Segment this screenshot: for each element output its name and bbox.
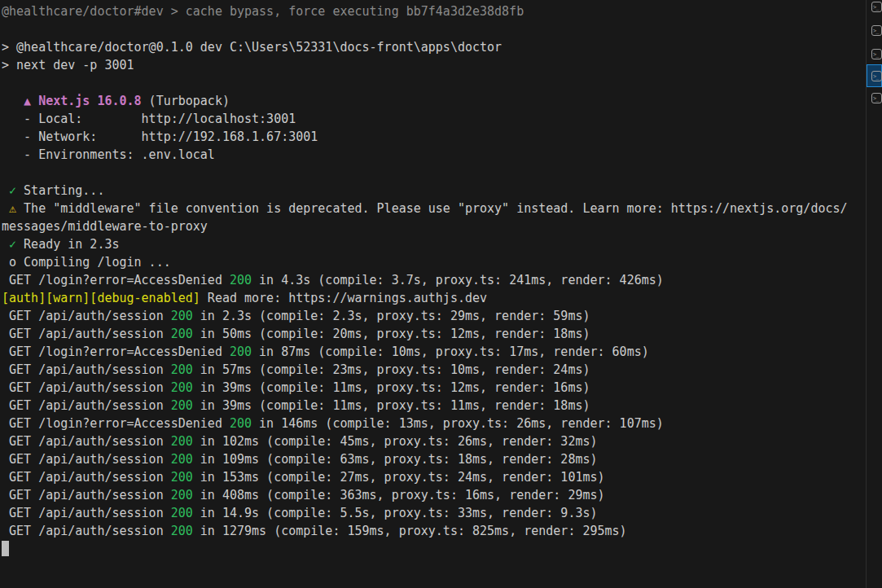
local-url-link[interactable]: http://localhost:3001 xyxy=(142,112,296,126)
terminal-text: GET /api/auth/session xyxy=(2,524,171,538)
warning-icon: ⚠ xyxy=(9,201,16,216)
terminal-text: in 109ms (compile: 63ms, proxy.ts: 18ms,… xyxy=(193,452,598,467)
terminal-line: GET /api/auth/session 200 in 50ms (compi… xyxy=(2,325,867,343)
terminal-line: > next dev -p 3001 xyxy=(2,56,867,74)
terminal-line: ✓ Starting... xyxy=(2,182,867,200)
terminal-line: GET /api/auth/session 200 in 102ms (comp… xyxy=(2,432,867,450)
terminal-line xyxy=(2,164,867,182)
terminal-line: ▲ Next.js 16.0.8 (Turbopack) xyxy=(2,92,867,110)
status-code: 200 xyxy=(171,452,193,467)
terminal-icon xyxy=(871,2,882,12)
terminal-line: @healthcare/doctor#dev > cache bypass, f… xyxy=(2,2,867,20)
terminal-text: @healthcare/doctor#dev > cache bypass, f… xyxy=(2,4,524,19)
terminal-tab[interactable] xyxy=(867,86,882,109)
status-code: 200 xyxy=(171,524,193,538)
terminal-text: GET /api/auth/session xyxy=(2,309,171,323)
terminal-cursor xyxy=(2,541,9,556)
terminal-text: in 87ms (compile: 10ms, proxy.ts: 17ms, … xyxy=(252,344,649,359)
status-code: 200 xyxy=(230,416,252,431)
terminal-text: in 50ms (compile: 20ms, proxy.ts: 12ms, … xyxy=(193,327,590,341)
terminal-icon xyxy=(871,25,882,36)
terminal-text: > next dev -p 3001 xyxy=(2,58,134,72)
terminal-line: GET /api/auth/session 200 in 39ms (compi… xyxy=(2,397,867,415)
status-code: 200 xyxy=(171,470,193,485)
terminal-tab[interactable] xyxy=(867,42,882,65)
terminal-text: GET /api/auth/session xyxy=(2,398,171,413)
status-code: 200 xyxy=(171,309,193,323)
terminal-tab[interactable] xyxy=(867,0,882,18)
terminal-text: in 39ms (compile: 11ms, proxy.ts: 12ms, … xyxy=(193,380,590,395)
terminal-line: messages/middleware-to-proxy xyxy=(2,217,867,235)
status-code: 200 xyxy=(171,362,193,377)
terminal-text: GET /login?error=AccessDenied xyxy=(2,273,230,287)
status-code: 200 xyxy=(171,488,193,502)
check-icon: ✓ xyxy=(9,183,16,198)
terminal-text: > @healthcare/doctor@0.1.0 dev C:\Users\… xyxy=(2,40,502,55)
terminal-text xyxy=(2,237,9,252)
terminal-text: in 4.3s (compile: 3.7s, proxy.ts: 241ms,… xyxy=(252,273,664,287)
terminal-output[interactable]: @healthcare/doctor#dev > cache bypass, f… xyxy=(0,0,867,588)
terminal-text: in 57ms (compile: 23ms, proxy.ts: 10ms, … xyxy=(193,362,590,377)
terminal-text: in 2.3s (compile: 2.3s, proxy.ts: 29ms, … xyxy=(193,309,590,323)
terminal-icon xyxy=(871,71,882,81)
terminal-line: o Compiling /login ... xyxy=(2,253,867,271)
terminal-line: GET /api/auth/session 200 in 14.9s (comp… xyxy=(2,504,867,522)
terminal-line: - Environments: .env.local xyxy=(2,146,867,164)
terminal-tab[interactable] xyxy=(867,19,882,42)
terminal-line: - Network: http://192.168.1.67:3001 xyxy=(2,128,867,146)
terminal-line: GET /login?error=AccessDenied 200 in 146… xyxy=(2,415,867,432)
status-code: 200 xyxy=(230,273,252,287)
terminal-text: GET /login?error=AccessDenied xyxy=(2,344,230,359)
status-code: 200 xyxy=(171,506,193,520)
terminal-text: - Network: xyxy=(2,129,142,144)
status-code: 200 xyxy=(171,327,193,341)
terminal-line: GET /api/auth/session 200 in 2.3s (compi… xyxy=(2,307,867,325)
nextjs-docs-link-wrap[interactable]: messages/middleware-to-proxy xyxy=(2,219,208,234)
status-code: 200 xyxy=(171,398,193,413)
terminal-icon xyxy=(871,49,882,59)
terminal-line: GET /api/auth/session 200 in 57ms (compi… xyxy=(2,361,867,379)
nextjs-docs-link[interactable]: https://nextjs.org/docs/ xyxy=(671,201,848,216)
terminal-line xyxy=(2,74,867,92)
terminal-text xyxy=(2,94,24,108)
terminal-line: GET /api/auth/session 200 in 109ms (comp… xyxy=(2,450,867,468)
network-url-link[interactable]: http://192.168.1.67:3001 xyxy=(142,129,318,144)
terminal-text: Starting... xyxy=(16,183,104,198)
terminal-line: [auth][warn][debug-enabled] Read more: h… xyxy=(2,289,867,307)
terminal-panel: { "terminal": { "colors": { "background"… xyxy=(0,0,882,588)
nextjs-version-banner: ▲ Next.js 16.0.8 xyxy=(24,94,142,108)
terminal-text: o Compiling /login ... xyxy=(2,255,171,270)
terminal-text: Ready in 2.3s xyxy=(16,237,119,252)
terminal-text xyxy=(2,201,9,216)
terminal-line: GET /api/auth/session 200 in 1279ms (com… xyxy=(2,522,867,540)
terminal-line: GET /login?error=AccessDenied 200 in 4.3… xyxy=(2,271,867,289)
terminal-text: - Environments: .env.local xyxy=(2,147,215,162)
terminal-line: - Local: http://localhost:3001 xyxy=(2,110,867,128)
terminal-line: GET /login?error=AccessDenied 200 in 87m… xyxy=(2,343,867,361)
terminal-text: GET /api/auth/session xyxy=(2,452,171,467)
status-code: 200 xyxy=(230,344,252,359)
terminal-text: GET /api/auth/session xyxy=(2,362,171,377)
terminal-line: > @healthcare/doctor@0.1.0 dev C:\Users\… xyxy=(2,38,867,56)
terminal-text: - Local: xyxy=(2,112,142,126)
terminal-text: GET /api/auth/session xyxy=(2,327,171,341)
terminal-text: GET /api/auth/session xyxy=(2,488,171,502)
authjs-warnings-link[interactable]: https://warnings.authjs.dev xyxy=(288,291,487,305)
auth-warn-tags: [auth][warn][debug-enabled] xyxy=(2,291,200,305)
terminal-tab[interactable] xyxy=(867,64,882,87)
terminal-text: GET /api/auth/session xyxy=(2,434,171,449)
terminal-text: in 408ms (compile: 363ms, proxy.ts: 16ms… xyxy=(193,488,605,502)
terminal-tabs-strip[interactable] xyxy=(866,0,882,588)
terminal-text: GET /api/auth/session xyxy=(2,506,171,520)
terminal-text: in 39ms (compile: 11ms, proxy.ts: 11ms, … xyxy=(193,398,590,413)
terminal-text: GET /api/auth/session xyxy=(2,380,171,395)
terminal-line xyxy=(2,540,867,558)
terminal-text: GET /login?error=AccessDenied xyxy=(2,416,230,431)
terminal-text: in 146ms (compile: 13ms, proxy.ts: 26ms,… xyxy=(252,416,664,431)
terminal-text xyxy=(2,183,9,198)
check-icon: ✓ xyxy=(9,237,16,252)
terminal-text: (Turbopack) xyxy=(142,94,230,108)
terminal-line: GET /api/auth/session 200 in 153ms (comp… xyxy=(2,468,867,486)
terminal-text: The "middleware" file convention is depr… xyxy=(16,201,671,216)
status-code: 200 xyxy=(171,434,193,449)
